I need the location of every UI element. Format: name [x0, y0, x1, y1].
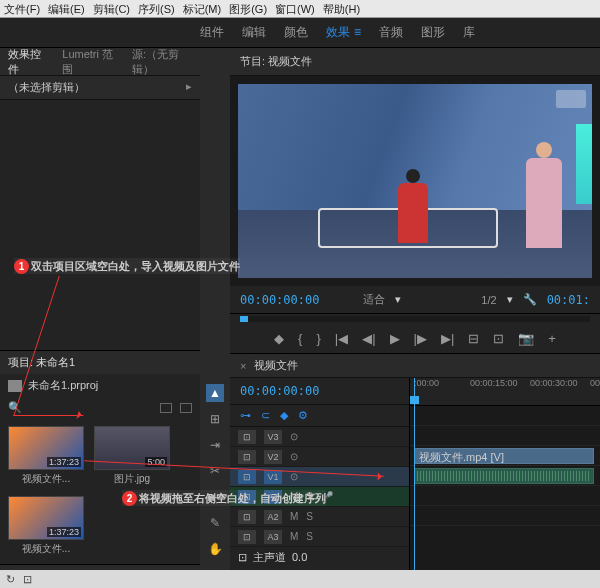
menu-bar: 文件(F) 编辑(E) 剪辑(C) 序列(S) 标记(M) 图形(G) 窗口(W… [0, 0, 600, 18]
track-a1[interactable] [410, 466, 600, 486]
menu-sequence[interactable]: 序列(S) [138, 2, 175, 15]
step-forward-icon[interactable]: |▶ [414, 331, 427, 346]
status-bar: ↻ ⊡ [0, 570, 600, 588]
track-v3[interactable] [410, 406, 600, 426]
sequence-title[interactable]: 视频文件 [254, 358, 298, 373]
track-header-v3[interactable]: ⊡V3⊙ [230, 427, 409, 447]
timeline-timecode[interactable]: 00:00:00:00 [240, 384, 319, 398]
track-v1[interactable]: 视频文件.mp4 [V] [410, 446, 600, 466]
go-to-out-icon[interactable]: ▶| [441, 331, 454, 346]
lift-icon[interactable]: ⊟ [468, 331, 479, 346]
hand-tool[interactable]: ✋ [206, 540, 224, 558]
menu-graphic[interactable]: 图形(G) [229, 2, 267, 15]
link-icon[interactable]: ⊂ [261, 409, 270, 422]
status-icon[interactable]: ↻ [6, 573, 15, 586]
timeline-header: 视频文件 [230, 354, 600, 378]
tab-lumetri[interactable]: Lumetri 范围 [62, 47, 116, 77]
video-clip[interactable]: 视频文件.mp4 [V] [414, 448, 594, 464]
bin-item[interactable]: 1:37:23 视频文件... [8, 426, 84, 486]
timeline-track-headers: 00:00:00:00 ⊶ ⊂ ◆ ⚙ ⊡V3⊙ ⊡V2⊙ ⊡V1⊙ ⊡A1MS… [230, 378, 410, 588]
track-header-a3[interactable]: ⊡A3MS [230, 527, 409, 547]
status-icon[interactable]: ⊡ [23, 573, 32, 586]
menu-file[interactable]: 文件(F) [4, 2, 40, 15]
program-timecode[interactable]: 00:00:00:00 [240, 293, 319, 307]
workspace-tabs: 组件 编辑 颜色 效果 音频 图形 库 [0, 18, 600, 48]
step-back-icon[interactable]: ◀| [362, 331, 375, 346]
pen-tool[interactable]: ✎ [206, 514, 224, 532]
track-header-v2[interactable]: ⊡V2⊙ [230, 447, 409, 467]
duration-timecode: 00:01: [547, 293, 590, 307]
marker-icon[interactable]: ◆ [280, 409, 288, 422]
annotation-1: 1双击项目区域空白处，导入视频及图片文件 [14, 258, 240, 274]
tab-effects[interactable]: 效果 [326, 24, 361, 41]
tab-assembly[interactable]: 组件 [200, 24, 224, 41]
thumbnail: 1:37:23 [8, 426, 84, 470]
settings-icon[interactable]: ⚙ [298, 409, 308, 422]
razor-tool[interactable]: ✂ [206, 462, 224, 480]
zoom-dropdown[interactable]: 1/2 [481, 294, 496, 306]
go-to-in-icon[interactable]: |◀ [335, 331, 348, 346]
clip-selector[interactable]: （未选择剪辑） [0, 76, 200, 100]
tool-palette: ▲ ⊞ ⇥ ✂ ⟷ ✎ ✋ T [200, 48, 230, 588]
tab-audio[interactable]: 音频 [379, 24, 403, 41]
scrubber[interactable] [240, 316, 590, 322]
program-monitor[interactable] [230, 76, 600, 286]
wrench-icon[interactable]: 🔧 [523, 293, 537, 306]
play-icon[interactable]: ▶ [390, 331, 400, 346]
mark-out-icon[interactable]: } [316, 331, 320, 346]
time-ruler[interactable]: :00:00 00:00:15:00 00:00:30:00 00:00:45:… [410, 378, 600, 406]
menu-clip[interactable]: 剪辑(C) [93, 2, 130, 15]
transport-controls: ◆ { } |◀ ◀| ▶ |▶ ▶| ⊟ ⊡ 📷 + [230, 324, 600, 354]
annotation-2: 2将视频拖至右侧空白处，自动创建序列 [122, 490, 326, 506]
button-editor-icon[interactable]: + [548, 331, 556, 346]
master-track: ⊡主声道0.0 [230, 547, 409, 567]
program-header: 节目: 视频文件 [230, 48, 600, 76]
menu-window[interactable]: 窗口(W) [275, 2, 315, 15]
menu-mark[interactable]: 标记(M) [183, 2, 222, 15]
track-a3[interactable] [410, 506, 600, 526]
selection-tool[interactable]: ▲ [206, 384, 224, 402]
track-header-a2[interactable]: ⊡A2MS [230, 507, 409, 527]
tab-effect-controls[interactable]: 效果控件 [8, 47, 46, 77]
tab-color[interactable]: 颜色 [284, 24, 308, 41]
track-a2[interactable] [410, 486, 600, 506]
effects-panel-tabs: 效果控件 Lumetri 范围 源:（无剪辑） [0, 48, 200, 76]
timeline-tools: ⊶ ⊂ ◆ ⚙ [230, 405, 409, 427]
tab-library[interactable]: 库 [463, 24, 475, 41]
tab-editing[interactable]: 编辑 [242, 24, 266, 41]
video-frame [238, 84, 592, 278]
bin-item[interactable]: 5:00 图片.jpg [94, 426, 170, 486]
menu-edit[interactable]: 编辑(E) [48, 2, 85, 15]
fit-dropdown[interactable]: 适合 [363, 292, 385, 307]
snap-icon[interactable]: ⊶ [240, 409, 251, 422]
tab-graphics[interactable]: 图形 [421, 24, 445, 41]
playhead[interactable] [414, 378, 415, 588]
tab-source[interactable]: 源:（无剪辑） [132, 47, 192, 77]
audio-clip[interactable] [414, 468, 594, 484]
timeline-tracks[interactable]: :00:00 00:00:15:00 00:00:30:00 00:00:45:… [410, 378, 600, 588]
ripple-tool[interactable]: ⇥ [206, 436, 224, 454]
track-v2[interactable] [410, 426, 600, 446]
program-info-bar: 00:00:00:00 适合 ▾ 1/2 ▾ 🔧 00:01: [230, 286, 600, 314]
program-title: 节目: 视频文件 [240, 54, 312, 69]
extract-icon[interactable]: ⊡ [493, 331, 504, 346]
track-select-tool[interactable]: ⊞ [206, 410, 224, 428]
icon-view-icon[interactable] [180, 403, 192, 413]
list-view-icon[interactable] [160, 403, 172, 413]
bin-item[interactable]: 1:37:23 视频文件... [8, 496, 84, 556]
thumbnail: 1:37:23 [8, 496, 84, 540]
export-frame-icon[interactable]: 📷 [518, 331, 534, 346]
menu-help[interactable]: 帮助(H) [323, 2, 360, 15]
add-marker-icon[interactable]: ◆ [274, 331, 284, 346]
folder-icon [8, 380, 22, 392]
mark-in-icon[interactable]: { [298, 331, 302, 346]
